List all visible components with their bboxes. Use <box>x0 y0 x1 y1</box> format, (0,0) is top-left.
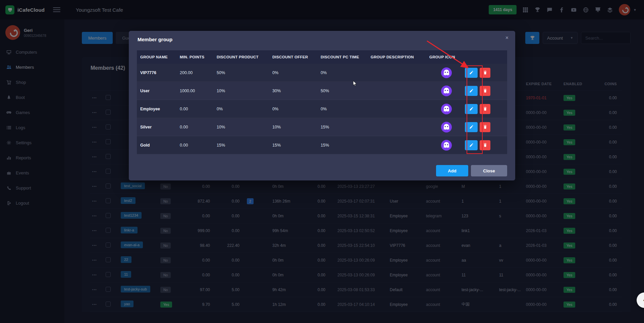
discount-pc-time-cell: 50% <box>317 89 367 93</box>
col-group-icon: GROUP ICON <box>426 55 464 59</box>
col-discount-pc-time: DISCOUNT PC TIME <box>317 55 367 59</box>
group-name-cell: Silver <box>137 125 176 129</box>
delete-group-button[interactable] <box>480 68 490 78</box>
pencil-icon <box>469 70 474 75</box>
delete-group-button[interactable] <box>480 140 490 150</box>
group-icon-cell <box>426 140 464 151</box>
min-points-cell: 1000.00 <box>176 89 213 93</box>
pencil-icon <box>469 125 474 129</box>
group-name-cell: VIP7776 <box>137 70 176 75</box>
discount-product-cell: 50% <box>213 70 269 75</box>
ghost-icon <box>441 85 452 97</box>
trash-icon <box>483 70 487 75</box>
ghost-icon <box>441 103 452 115</box>
discount-product-cell: 10% <box>213 89 269 93</box>
group-icon-cell <box>426 103 464 115</box>
ghost-icon <box>441 140 452 151</box>
delete-group-button[interactable] <box>480 104 490 114</box>
add-group-button[interactable]: Add <box>436 165 468 176</box>
discount-offer-cell: 0% <box>269 107 317 111</box>
edit-group-button[interactable] <box>465 86 478 96</box>
group-name-cell: Gold <box>137 143 176 148</box>
discount-pc-time-cell: 0% <box>317 107 367 111</box>
group-table-header: GROUP NAME MIN. POINTS DISCOUNT PRODUCT … <box>137 50 507 64</box>
actions-cell <box>464 122 507 132</box>
discount-pc-time-cell: 0% <box>317 70 367 75</box>
discount-product-cell: 0% <box>213 107 269 111</box>
group-row: User 1000.00 10% 30% 50% <box>137 82 507 100</box>
close-modal-button[interactable]: Close <box>471 165 507 176</box>
group-icon-cell <box>426 67 464 78</box>
discount-offer-cell: 15% <box>269 143 317 148</box>
member-group-modal: Member group × GROUP NAME MIN. POINTS DI… <box>129 31 515 180</box>
modal-footer: Add Close <box>436 165 507 176</box>
discount-product-cell: 10% <box>213 125 269 129</box>
edit-group-button[interactable] <box>465 68 478 78</box>
pencil-icon <box>469 143 474 147</box>
col-group-name: GROUP NAME <box>137 55 176 59</box>
actions-cell <box>464 68 507 78</box>
edit-group-button[interactable] <box>465 140 478 150</box>
edit-group-button[interactable] <box>465 104 478 114</box>
group-row: Gold 0.00 15% 15% 15% <box>137 136 507 154</box>
group-icon-cell <box>426 121 464 133</box>
min-points-cell: 200.00 <box>176 70 213 75</box>
discount-offer-cell: 10% <box>269 125 317 129</box>
delete-group-button[interactable] <box>480 122 490 132</box>
pencil-icon <box>469 89 474 93</box>
group-name-cell: User <box>137 89 176 93</box>
trash-icon <box>483 143 487 147</box>
ghost-icon <box>441 67 452 78</box>
ghost-icon <box>441 121 452 133</box>
delete-group-button[interactable] <box>480 86 490 96</box>
group-row: Silver 0.00 10% 10% 15% <box>137 118 507 136</box>
group-table: GROUP NAME MIN. POINTS DISCOUNT PRODUCT … <box>137 50 507 154</box>
trash-icon <box>483 89 487 93</box>
min-points-cell: 0.00 <box>176 107 213 111</box>
discount-pc-time-cell: 15% <box>317 125 367 129</box>
group-row: Employee 0.00 0% 0% 0% <box>137 100 507 118</box>
discount-product-cell: 15% <box>213 143 269 148</box>
actions-cell <box>464 104 507 114</box>
trash-icon <box>483 107 487 111</box>
discount-offer-cell: 0% <box>269 70 317 75</box>
edit-group-button[interactable] <box>465 122 478 132</box>
modal-title: Member group <box>138 37 172 42</box>
pencil-icon <box>469 107 474 111</box>
discount-offer-cell: 30% <box>269 89 317 93</box>
actions-cell <box>464 140 507 150</box>
group-icon-cell <box>426 85 464 97</box>
actions-cell <box>464 86 507 96</box>
discount-pc-time-cell: 15% <box>317 143 367 148</box>
close-icon[interactable]: × <box>504 34 510 42</box>
trash-icon <box>483 125 487 129</box>
col-group-description: GROUP DESCRIPTION <box>367 55 426 59</box>
group-row: VIP7776 200.00 50% 0% 0% <box>137 64 507 82</box>
col-min-points: MIN. POINTS <box>176 55 213 59</box>
col-discount-offer: DISCOUNT OFFER <box>269 55 317 59</box>
group-name-cell: Employee <box>137 107 176 111</box>
col-discount-product: DISCOUNT PRODUCT <box>213 55 269 59</box>
min-points-cell: 0.00 <box>176 125 213 129</box>
min-points-cell: 0.00 <box>176 143 213 148</box>
